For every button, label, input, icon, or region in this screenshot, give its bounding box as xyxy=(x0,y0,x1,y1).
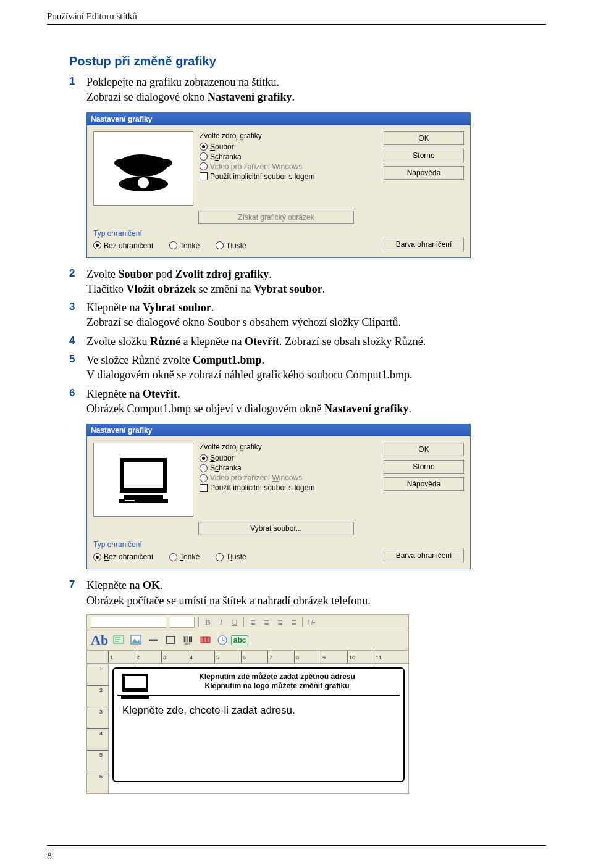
radio-border-thick[interactable]: Tlusté xyxy=(216,553,246,561)
step-text: Zvolte Soubor pod Zvolit zdroj grafiky. xyxy=(86,267,546,282)
step-number: 1 xyxy=(69,75,75,89)
svg-rect-28 xyxy=(207,637,210,643)
address-object-button[interactable] xyxy=(112,633,125,647)
separator-icon xyxy=(198,617,199,627)
label-editor: B I U ≣ ≣ ≣ ≣ f F Ab xyxy=(86,614,409,794)
font-size-dropdown[interactable] xyxy=(170,617,195,628)
border-group-title: Typ ohraničení xyxy=(93,540,377,549)
svg-rect-35 xyxy=(121,696,149,699)
step-number: 7 xyxy=(69,578,75,592)
step-text: Obrázek Comput1.bmp se objeví v dialogov… xyxy=(86,401,546,416)
phone-icon xyxy=(106,141,180,196)
radio-dot-icon xyxy=(200,454,208,462)
dialog-nastaveni-grafiky-1: Nastavení grafiky xyxy=(86,112,471,258)
dialog-nastaveni-grafiky-2: Nastavení grafiky xyxy=(86,424,471,569)
align-center-button[interactable]: ≣ xyxy=(261,617,271,627)
object-toolbar: Ab 10012 xyxy=(87,630,408,651)
counter-object-button[interactable] xyxy=(198,633,212,647)
svg-rect-27 xyxy=(204,637,207,643)
rect-object-button[interactable] xyxy=(164,633,177,647)
italic-button[interactable]: I xyxy=(216,617,226,627)
radio-dot-icon xyxy=(93,553,101,561)
radio-soubor[interactable]: Soubor xyxy=(200,454,377,462)
monitor-icon xyxy=(119,672,152,701)
step-number: 4 xyxy=(69,334,75,348)
datetime-object-button[interactable] xyxy=(216,633,229,647)
bold-button[interactable]: B xyxy=(203,617,212,627)
ok-button[interactable]: OK xyxy=(384,443,464,456)
radio-soubor[interactable]: Soubor xyxy=(200,143,377,151)
step-text: Obrázek počítače se umístí na štítek a n… xyxy=(86,593,546,608)
svg-rect-34 xyxy=(125,695,146,696)
radio-schranka[interactable]: Schránka xyxy=(200,152,377,161)
step-text: Zvolte složku Různé a klepněte na Otevří… xyxy=(86,334,546,349)
svg-rect-33 xyxy=(125,676,146,688)
footer-rule xyxy=(47,845,546,846)
checkbox-icon xyxy=(200,484,208,492)
page-number: 8 xyxy=(47,851,52,862)
radio-border-none[interactable]: Bez ohraničení xyxy=(93,553,153,561)
radio-empty-icon xyxy=(200,474,208,482)
cancel-button[interactable]: Storno xyxy=(384,149,464,162)
radio-empty-icon xyxy=(200,152,208,161)
image-object-button[interactable] xyxy=(129,633,143,647)
radio-border-none[interactable]: Bez ohraničení xyxy=(93,241,153,250)
monitor-icon xyxy=(106,452,180,507)
step-text: Zobrazí se dialogové okno Nastavení graf… xyxy=(86,90,546,104)
radio-empty-icon xyxy=(200,464,208,472)
source-group-title: Zvolte zdroj grafiky xyxy=(200,131,377,140)
radio-dot-icon xyxy=(93,241,101,249)
align-left-button[interactable]: ≣ xyxy=(248,617,258,627)
choose-file-button[interactable]: Vybrat soubor... xyxy=(198,522,354,535)
font-scale-button[interactable]: f F xyxy=(306,617,316,627)
label-canvas[interactable]: Klepnutím zde můžete zadat zpětnou adres… xyxy=(109,664,408,793)
step-number: 2 xyxy=(69,267,75,281)
step-text: Klepněte na Vybrat soubor. xyxy=(86,300,546,315)
page-header: Používání Editoru štítků xyxy=(47,11,546,25)
cancel-button[interactable]: Storno xyxy=(384,460,464,474)
help-button[interactable]: Nápověda xyxy=(384,477,464,491)
svg-rect-5 xyxy=(124,462,163,488)
radio-video: Video pro zařízení Windows xyxy=(200,162,377,171)
step-text: Tlačítko Vložit obrázek se změní na Vybr… xyxy=(86,282,546,296)
border-color-button[interactable]: Barva ohraničení xyxy=(384,238,464,251)
svg-rect-16 xyxy=(166,636,175,643)
checkbox-logo[interactable]: Použít implicitní soubor s logem xyxy=(200,483,377,492)
barcode-object-button[interactable]: 10012 xyxy=(181,633,195,647)
svg-point-3 xyxy=(138,177,149,188)
curved-text-button[interactable]: abc xyxy=(233,633,246,647)
step-text: Ve složce Různé zvolte Comput1.bmp. xyxy=(86,353,546,367)
step-number: 3 xyxy=(69,300,75,314)
step-2: 2 Zvolte Soubor pod Zvolit zdroj grafiky… xyxy=(69,267,546,297)
step-number: 6 xyxy=(69,386,75,401)
radio-empty-icon xyxy=(216,241,224,249)
font-family-dropdown[interactable] xyxy=(91,617,166,628)
label-return-address-hint[interactable]: Klepnutím zde můžete zadat zpětnou adres… xyxy=(154,672,400,682)
radio-schranka[interactable]: Schránka xyxy=(200,464,377,472)
vertical-ruler: 1 2 3 4 5 6 xyxy=(87,664,109,793)
align-justify-button[interactable]: ≣ xyxy=(288,617,298,627)
help-button[interactable]: Nápověda xyxy=(384,166,464,180)
radio-dot-icon xyxy=(200,143,208,151)
checkbox-logo[interactable]: Použít implicitní soubor s logem xyxy=(200,172,377,181)
section-title: Postup při změně grafiky xyxy=(69,54,546,69)
radio-empty-icon xyxy=(200,162,208,170)
line-object-button[interactable] xyxy=(146,633,160,647)
label-area: Klepnutím zde můžete zadat zpětnou adres… xyxy=(112,667,405,782)
label-logo-hint[interactable]: Klepnutím na logo můžete změnit grafiku xyxy=(154,682,400,691)
label-graphic-monitor[interactable] xyxy=(119,672,152,702)
underline-button[interactable]: U xyxy=(230,617,240,627)
text-object-button[interactable]: Ab xyxy=(91,632,108,648)
step-text: Klepněte na Otevřít. xyxy=(86,386,546,401)
separator-icon xyxy=(243,617,244,627)
label-address-hint[interactable]: Klepněte zde, chcete-li zadat adresu. xyxy=(122,704,400,717)
step-4: 4 Zvolte složku Různé a klepněte na Otev… xyxy=(69,334,546,349)
border-color-button[interactable]: Barva ohraničení xyxy=(384,549,464,562)
border-group-title: Typ ohraničení xyxy=(93,229,377,238)
radio-border-thin[interactable]: Tenké xyxy=(169,553,200,561)
radio-border-thin[interactable]: Tenké xyxy=(169,241,200,250)
step-3: 3 Klepněte na Vybrat soubor. Zobrazí se … xyxy=(69,300,546,330)
ok-button[interactable]: OK xyxy=(384,131,464,145)
align-right-button[interactable]: ≣ xyxy=(275,617,285,627)
radio-border-thick[interactable]: Tlusté xyxy=(216,241,246,250)
